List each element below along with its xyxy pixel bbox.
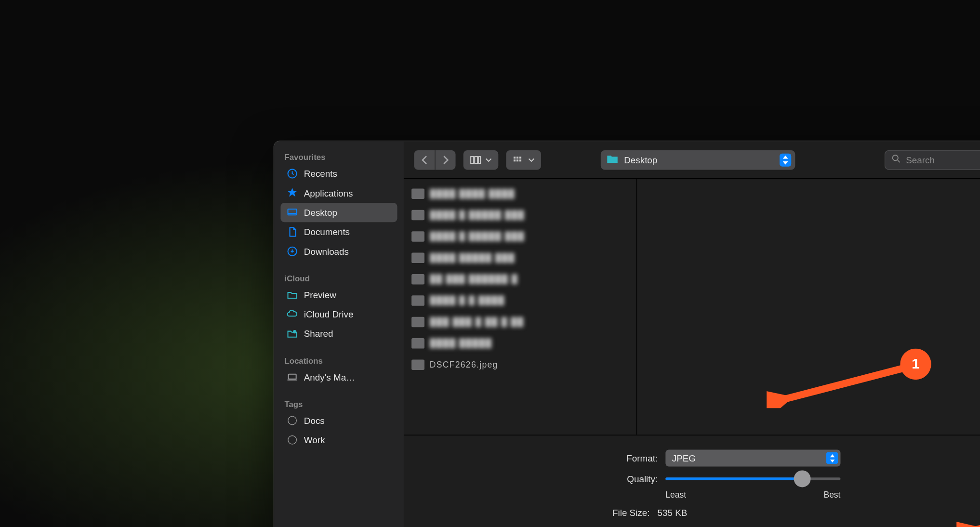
file-row[interactable]: ████ █ █████ ███ xyxy=(404,204,636,225)
sidebar-item-label: Downloads xyxy=(304,246,349,257)
laptop-icon xyxy=(286,370,299,383)
sidebar-item-shared[interactable]: Shared xyxy=(280,324,397,343)
filesize-label: File Size: xyxy=(612,507,649,518)
download-icon xyxy=(286,245,299,258)
document-icon xyxy=(286,225,299,238)
sidebar-item-applications[interactable]: Applications xyxy=(280,184,397,203)
svg-rect-11 xyxy=(514,159,516,161)
search-input[interactable] xyxy=(906,155,980,165)
back-button[interactable] xyxy=(414,150,435,169)
sidebar-item-downloads[interactable]: Downloads xyxy=(280,242,397,261)
updown-icon xyxy=(826,452,838,464)
chevron-down-icon xyxy=(485,157,491,162)
chevron-down-icon xyxy=(528,157,534,162)
svg-rect-1 xyxy=(288,209,297,215)
format-label: Format: xyxy=(411,453,658,463)
file-row[interactable]: DSCF2626.jpeg xyxy=(404,354,636,375)
format-popup[interactable]: JPEG xyxy=(665,449,840,466)
sidebar-item-recents[interactable]: Recents xyxy=(280,164,397,183)
svg-point-14 xyxy=(893,155,898,160)
nav-group xyxy=(414,150,455,169)
sidebar: Favourites Recents Applications Desktop … xyxy=(274,141,404,527)
file-row[interactable]: ████ █████ xyxy=(404,332,636,354)
svg-rect-4 xyxy=(289,374,296,379)
preview-pane xyxy=(637,179,980,435)
quality-label: Quality: xyxy=(411,474,658,484)
folder-icon xyxy=(286,289,299,302)
search-field[interactable] xyxy=(885,150,980,169)
quality-max-label: Best xyxy=(823,490,840,500)
svg-rect-10 xyxy=(519,156,521,158)
folder-icon xyxy=(606,153,619,166)
filesize-value: 535 KB xyxy=(658,507,688,518)
file-row[interactable]: ████ █ █████ ███ xyxy=(404,225,636,247)
view-mode-button[interactable] xyxy=(464,150,499,169)
file-row[interactable]: ████ █ █ ████ xyxy=(404,290,636,311)
file-row[interactable]: ██ ███ ██████ █ xyxy=(404,268,636,290)
clock-icon xyxy=(286,167,299,180)
search-icon xyxy=(892,154,901,165)
sidebar-item-label: Andy's Ma… xyxy=(304,372,355,382)
sidebar-item-icloud-drive[interactable]: iCloud Drive xyxy=(280,304,397,324)
updown-icon xyxy=(780,153,791,166)
svg-rect-13 xyxy=(519,159,521,161)
sidebar-item-label: iCloud Drive xyxy=(304,309,354,320)
sidebar-item-label: Applications xyxy=(304,188,353,198)
tag-dot-icon xyxy=(286,414,299,427)
sidebar-heading-icloud: iCloud xyxy=(280,270,397,285)
svg-rect-7 xyxy=(478,156,480,163)
content: ████ ████ ████ ████ █ █████ ███ ████ █ █… xyxy=(404,179,980,527)
location-label: Desktop xyxy=(624,155,657,165)
svg-rect-12 xyxy=(516,159,518,161)
sidebar-item-label: Recents xyxy=(304,169,337,179)
sidebar-item-label: Desktop xyxy=(304,207,337,218)
svg-rect-9 xyxy=(516,156,518,158)
cloud-icon xyxy=(286,308,299,321)
quality-slider[interactable] xyxy=(665,473,840,485)
file-column[interactable]: ████ ████ ████ ████ █ █████ ███ ████ █ █… xyxy=(404,179,637,435)
save-dialog: Favourites Recents Applications Desktop … xyxy=(274,141,980,527)
file-row[interactable]: ████ █████ ███ xyxy=(404,247,636,268)
svg-rect-8 xyxy=(514,156,516,158)
quality-min-label: Least xyxy=(665,490,686,500)
file-browser: ████ ████ ████ ████ █ █████ ███ ████ █ █… xyxy=(404,179,980,435)
file-row[interactable]: ███ ███ █ ██ █ ██ xyxy=(404,311,636,332)
sidebar-item-label: Preview xyxy=(304,290,336,300)
group-button[interactable] xyxy=(506,150,541,169)
svg-point-3 xyxy=(293,330,296,333)
sidebar-item-label: Docs xyxy=(304,415,325,426)
shared-folder-icon xyxy=(286,327,299,340)
apps-icon xyxy=(286,186,299,199)
sidebar-item-label: Documents xyxy=(304,227,350,237)
sidebar-item-documents[interactable]: Documents xyxy=(280,222,397,241)
sidebar-item-tag-work[interactable]: Work xyxy=(280,430,397,449)
desktop-icon xyxy=(286,206,299,219)
toolbar: Desktop xyxy=(404,141,980,179)
sidebar-item-label: Work xyxy=(304,435,325,445)
forward-button[interactable] xyxy=(435,150,455,169)
sidebar-item-tag-docs[interactable]: Docs xyxy=(280,411,397,430)
sidebar-item-preview[interactable]: Preview xyxy=(280,285,397,304)
sidebar-heading-tags: Tags xyxy=(280,396,397,411)
slider-knob[interactable] xyxy=(794,470,810,487)
sidebar-item-location[interactable]: Andy's Ma… xyxy=(280,368,397,387)
sidebar-item-desktop[interactable]: Desktop xyxy=(280,203,397,222)
options-panel: Format: JPEG Quality: xyxy=(404,435,980,527)
tag-dot-icon xyxy=(286,434,299,447)
sidebar-heading-favourites: Favourites xyxy=(280,149,397,164)
location-popup[interactable]: Desktop xyxy=(601,150,795,169)
main-pane: Desktop ████ ████ ████ ████ █ █████ ███ … xyxy=(404,141,980,527)
format-value: JPEG xyxy=(672,453,696,463)
sidebar-item-label: Shared xyxy=(304,329,333,339)
svg-rect-6 xyxy=(475,156,477,163)
file-row[interactable]: ████ ████ ████ xyxy=(404,183,636,204)
svg-rect-5 xyxy=(471,156,474,163)
sidebar-heading-locations: Locations xyxy=(280,353,397,368)
